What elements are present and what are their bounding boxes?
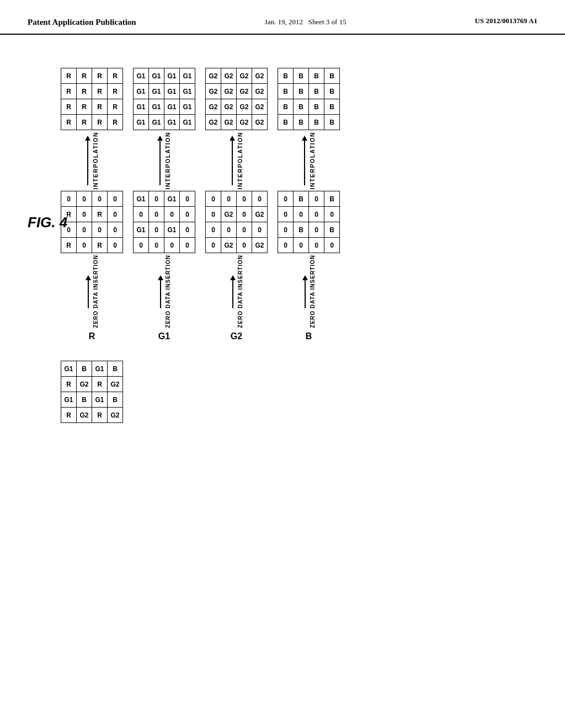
r-interpolation-block: INTERPOLATION <box>85 132 99 189</box>
g1-mid-grid: G10G10 0000 G10G10 0000 <box>133 191 195 253</box>
g2-mid-grid: 0000 0G20G2 0000 0G20G2 <box>205 191 268 253</box>
r-zeroinsertion-arrow <box>86 275 91 280</box>
b-label: B <box>306 331 312 341</box>
b-zeroinsertion-block: ZERO DATA INSERTION <box>302 255 316 328</box>
bayer-pattern-grid: G1BG1B RG2RG2 G1BG1B RG2RG2 <box>61 361 565 423</box>
g1-top-grid: G1G1G1G1 G1G1G1G1 G1G1G1G1 G1G1G1G1 <box>133 68 195 130</box>
publication-title: Patent Application Publication <box>28 17 136 28</box>
g2-zeroinsertion-label: ZERO DATA INSERTION <box>237 255 243 328</box>
g2-channel: G2G2G2G2 G2G2G2G2 G2G2G2G2 G2G2G2G2 INTE… <box>205 68 268 341</box>
r-top-grid: RRRR RRRR RRRR RRRR <box>61 68 123 130</box>
g1-label: G1 <box>158 331 170 341</box>
g1-interpolation-label: INTERPOLATION <box>164 132 171 189</box>
g1-zeroinsertion-block: ZERO DATA INSERTION <box>158 255 171 328</box>
g2-interpolation-block: INTERPOLATION <box>230 132 243 189</box>
page: Patent Application Publication Jan. 19, … <box>0 0 565 728</box>
b-interpolation-label: INTERPOLATION <box>309 132 316 189</box>
r-zeroinsertion-label: ZERO DATA INSERTION <box>93 255 99 328</box>
b-zeroinsertion-label: ZERO DATA INSERTION <box>310 255 316 328</box>
r-interpolation-arrow <box>85 136 90 141</box>
r-zeroinsertion-block: ZERO DATA INSERTION <box>86 255 99 328</box>
b-top-grid: BBBB BBBB BBBB BBBB <box>278 68 340 130</box>
figure-label: FIG. 4 <box>28 214 67 231</box>
pub-date: Jan. 19, 2012 Sheet 3 of 15 <box>265 18 347 26</box>
r-label: R <box>89 331 95 341</box>
patent-number: US 2012/0013769 A1 <box>475 17 537 25</box>
channels-row: RRRR RRRR RRRR RRRR INTERPOLATION <box>61 68 565 341</box>
b-channel: BBBB BBBB BBBB BBBB INTERPOLATION 0B <box>278 68 340 341</box>
r-mid-grid: 0000 R0R0 0000 R0R0 <box>61 191 123 253</box>
g2-label: G2 <box>231 331 242 341</box>
g2-zeroinsertion-block: ZERO DATA INSERTION <box>230 255 243 328</box>
b-interpolation-block: INTERPOLATION <box>302 132 316 189</box>
g1-zeroinsertion-label: ZERO DATA INSERTION <box>165 255 171 328</box>
diagram-area: FIG. 4 RRRR RRRR RRRR RRRR <box>33 68 565 423</box>
r-channel: RRRR RRRR RRRR RRRR INTERPOLATION <box>61 68 123 341</box>
g2-top-grid: G2G2G2G2 G2G2G2G2 G2G2G2G2 G2G2G2G2 <box>205 68 268 130</box>
r-interpolation-label: INTERPOLATION <box>92 132 99 189</box>
b-mid-grid: 0B0B 0000 0B0B 0000 <box>278 191 340 253</box>
header-center: Jan. 19, 2012 Sheet 3 of 15 <box>265 17 347 28</box>
g1-channel: G1G1G1G1 G1G1G1G1 G1G1G1G1 G1G1G1G1 INTE… <box>133 68 195 341</box>
g1-interpolation-block: INTERPOLATION <box>157 132 171 189</box>
g2-interpolation-label: INTERPOLATION <box>237 132 243 189</box>
header: Patent Application Publication Jan. 19, … <box>0 0 565 35</box>
